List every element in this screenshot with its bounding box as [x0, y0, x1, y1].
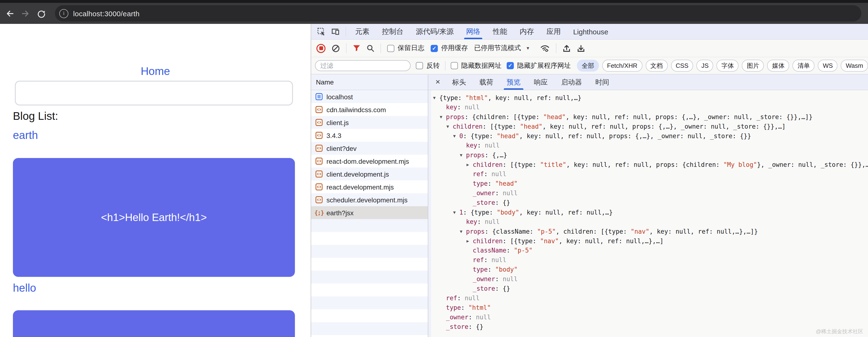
request-row-react-dom.development.mjs[interactable]: react-dom.development.mjs	[311, 155, 428, 168]
type-filter-CSS[interactable]: CSS	[671, 60, 693, 72]
site-info-icon[interactable]: i	[59, 9, 68, 18]
detail-tab-时间[interactable]: 时间	[589, 74, 616, 90]
preserve-log-checkbox[interactable]	[387, 45, 394, 52]
network-conditions-button[interactable]	[540, 44, 550, 52]
devtools-tab-元素[interactable]: 元素	[349, 24, 376, 39]
disable-cache-checkbox[interactable]: ✓	[431, 45, 438, 52]
expand-arrow-icon[interactable]: ▶	[466, 236, 473, 246]
request-row-react.development.mjs[interactable]: react.development.mjs	[311, 180, 428, 193]
token-s: "nav"	[540, 237, 559, 245]
expand-arrow-icon[interactable]: ▶	[466, 160, 473, 169]
post-link-hello[interactable]: hello	[13, 282, 36, 295]
filter-toggle-button[interactable]	[353, 45, 361, 52]
type-filter-Fetch/XHR[interactable]: Fetch/XHR	[602, 60, 642, 72]
type-filter-媒体[interactable]: 媒体	[767, 60, 789, 72]
devtools-tab-控制台[interactable]: 控制台	[376, 24, 410, 39]
devtools-tab-内存[interactable]: 内存	[513, 24, 540, 39]
invert-checkbox[interactable]	[416, 62, 423, 69]
tree-line[interactable]: ▼props: {,…}	[433, 150, 868, 160]
type-filter-图片[interactable]: 图片	[742, 60, 764, 72]
home-link[interactable]: Home	[0, 65, 311, 78]
export-har-button[interactable]	[577, 44, 585, 52]
search-network-button[interactable]	[367, 44, 374, 52]
close-detail-button[interactable]: ×	[430, 74, 445, 90]
throttling-dropdown[interactable]: 已停用节流模式 ▼	[474, 44, 530, 53]
request-name: react-dom.development.mjs	[327, 157, 409, 165]
device-toolbar-button[interactable]	[329, 24, 343, 39]
back-button[interactable]	[5, 9, 14, 18]
tree-line[interactable]: ▼{type: "html", key: null, ref: null,…}	[433, 93, 868, 103]
blog-input[interactable]	[15, 81, 293, 105]
hide-data-urls-checkbox[interactable]	[451, 62, 458, 69]
devtools-tab-网络[interactable]: 网络	[460, 24, 487, 39]
devtools-tab-应用[interactable]: 应用	[540, 24, 567, 39]
devtools-tab-源代码/来源[interactable]: 源代码/来源	[410, 24, 460, 39]
record-network-log-button[interactable]	[316, 44, 326, 53]
detail-tab-标头[interactable]: 标头	[445, 74, 473, 90]
tree-line: ref: null	[433, 294, 868, 303]
type-filter-JS[interactable]: JS	[696, 60, 713, 72]
clear-network-log-button[interactable]	[332, 44, 340, 52]
token-n: _owner	[473, 275, 495, 282]
request-row-earth?jsx[interactable]: {;}earth?jsx	[311, 206, 428, 219]
type-filter-字体[interactable]: 字体	[717, 60, 739, 72]
script-icon	[315, 132, 322, 139]
request-row-localhost[interactable]: localhost	[311, 90, 428, 103]
preview-gutter	[428, 90, 431, 337]
devtools-tabs: 元素控制台源代码/来源网络性能内存应用Lighthouse	[349, 24, 614, 39]
tree-line: ref: null	[433, 169, 868, 179]
detail-tab-响应[interactable]: 响应	[527, 74, 554, 90]
tree-line[interactable]: ▼children: [{type: "head", key: null, re…	[433, 122, 868, 131]
request-row-scheduler.development.mjs[interactable]: scheduler.development.mjs	[311, 193, 428, 206]
request-row-cdn.tailwindcss.com[interactable]: cdn.tailwindcss.com	[311, 103, 428, 116]
collapse-arrow-icon[interactable]: ▼	[453, 208, 459, 217]
collapse-arrow-icon[interactable]: ▼	[446, 122, 453, 131]
tree-line: key: null	[433, 141, 868, 150]
tree-line[interactable]: ▼0: {type: "head", key: null, ref: null,…	[433, 131, 868, 141]
disable-cache-control: ✓ 停用缓存	[431, 44, 468, 53]
collapse-arrow-icon[interactable]: ▼	[433, 93, 439, 103]
token-p: , key: null, ref: null, props: {children…	[566, 161, 723, 168]
type-filter-清单[interactable]: 清单	[793, 60, 815, 72]
detail-tab-载荷[interactable]: 载荷	[473, 74, 500, 90]
type-filter-文档[interactable]: 文档	[646, 60, 668, 72]
type-filter-全部[interactable]: 全部	[577, 60, 599, 72]
forward-button[interactable]	[21, 9, 30, 18]
reload-button[interactable]	[36, 9, 46, 18]
request-row-client?dev[interactable]: client?dev	[311, 142, 428, 155]
request-row-client.js[interactable]: client.js	[311, 116, 428, 129]
collapse-arrow-icon[interactable]: ▼	[440, 112, 446, 122]
inspect-element-button[interactable]	[314, 24, 329, 39]
collapse-arrow-icon[interactable]: ▼	[460, 150, 466, 160]
import-har-button[interactable]	[563, 44, 571, 52]
collapse-arrow-icon[interactable]: ▼	[453, 131, 459, 141]
type-filter-WS[interactable]: WS	[818, 60, 838, 72]
browser-tab-strip	[0, 0, 868, 3]
network-filter-input[interactable]	[315, 60, 410, 71]
hide-extension-urls-checkbox[interactable]: ✓	[507, 62, 514, 69]
request-row-3.4.3[interactable]: 3.4.3	[311, 129, 428, 142]
post-link-earth[interactable]: earth	[13, 129, 38, 142]
token-n: type	[473, 180, 488, 187]
devtools-tab-Lighthouse[interactable]: Lighthouse	[567, 24, 614, 39]
name-column-header[interactable]: Name	[311, 74, 428, 90]
type-filter-Wasm[interactable]: Wasm	[841, 60, 868, 72]
invert-label: 反转	[426, 61, 440, 70]
tree-line[interactable]: ▼props: {children: [{type: "head", key: …	[433, 112, 868, 122]
devtools-tab-性能[interactable]: 性能	[487, 24, 513, 39]
token-n: children	[453, 123, 483, 130]
tree-line[interactable]: ▶children: [{type: "nav", key: null, ref…	[433, 236, 868, 246]
tree-line[interactable]: ▼1: {type: "body", key: null, ref: null,…	[433, 208, 868, 217]
token-u: null	[491, 256, 506, 264]
script-icon	[315, 145, 322, 152]
tree-line[interactable]: ▶children: [{type: "title", key: null, r…	[433, 160, 868, 169]
detail-tab-预览[interactable]: 预览	[500, 74, 527, 90]
detail-tab-启动器[interactable]: 启动器	[554, 74, 589, 90]
url-bar[interactable]: i localhost:3000/earth	[55, 5, 861, 22]
collapse-arrow-icon[interactable]: ▼	[460, 227, 466, 236]
token-n: props	[466, 228, 485, 235]
tree-line[interactable]: ▼props: {className: "p-5", children: [{t…	[433, 227, 868, 236]
request-row-client.development.js[interactable]: client.development.js	[311, 168, 428, 180]
token-n: _store	[473, 285, 495, 292]
throttling-value: 已停用节流模式	[474, 44, 521, 53]
